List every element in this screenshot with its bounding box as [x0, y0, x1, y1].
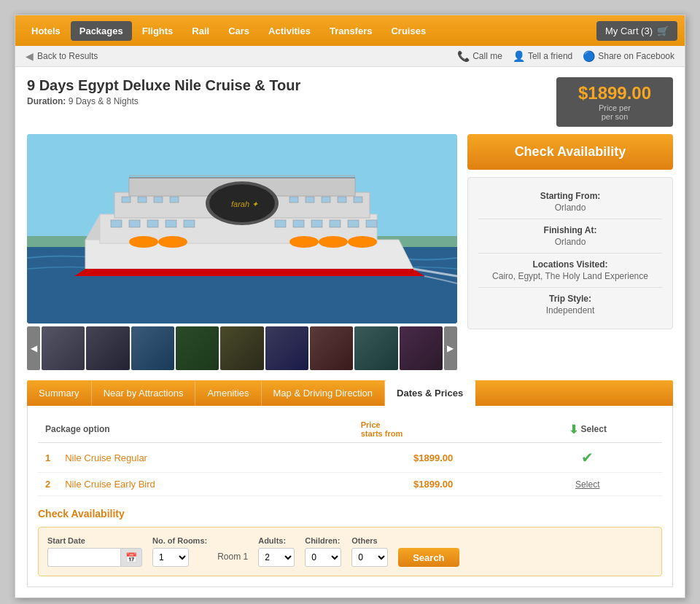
nav-item-rail[interactable]: Rail: [183, 21, 218, 41]
nav-item-cars[interactable]: Cars: [219, 21, 258, 41]
thumbnail-6[interactable]: [265, 326, 308, 370]
svg-text:farah ✦: farah ✦: [231, 200, 259, 208]
call-me-label: Call me: [472, 51, 502, 61]
others-select[interactable]: 0 1 2: [351, 548, 388, 567]
select-col-header: ⬇ Select: [513, 416, 662, 443]
nav-item-hotels[interactable]: Hotels: [23, 21, 69, 41]
svg-rect-5: [129, 220, 140, 227]
num-rooms-label: No. of Rooms:: [152, 536, 207, 545]
finishing-at-value: Orlando: [478, 237, 662, 247]
call-me-action[interactable]: 📞 Call me: [457, 50, 502, 62]
adults-label: Adults:: [258, 536, 295, 545]
main-image: farah ✦: [27, 134, 457, 323]
prev-thumb-button[interactable]: ◀: [27, 326, 40, 370]
locations-row: Locations Visited: Cairo, Egypt, The Hol…: [478, 254, 662, 288]
svg-rect-11: [311, 220, 322, 227]
share-facebook-label: Share on Facebook: [598, 51, 674, 61]
nav-item-cruises[interactable]: Cruises: [382, 21, 435, 41]
thumbnail-5[interactable]: [220, 326, 263, 370]
main-columns: farah ✦: [27, 134, 673, 370]
tell-friend-action[interactable]: 👤 Tell a friend: [513, 50, 572, 62]
back-label: Back to Results: [37, 51, 98, 61]
starting-from-value: Orlando: [478, 203, 662, 213]
start-date-input[interactable]: [47, 548, 120, 567]
svg-rect-7: [166, 220, 176, 227]
table-row: 2 Nile Cruise Early Bird $1899.00 Select: [38, 473, 662, 496]
svg-rect-24: [354, 197, 362, 203]
starting-from-row: Starting From: Orlando: [478, 185, 662, 219]
price-col-header: Price starts from: [354, 416, 513, 443]
check-availability-section: Check Availability Start Date 📅 No. of R…: [38, 508, 662, 576]
svg-rect-12: [330, 220, 341, 227]
num-rooms-select[interactable]: 1 2 3: [152, 548, 189, 567]
tab-amenities[interactable]: Amenities: [195, 380, 261, 406]
others-group: Others 0 1 2: [351, 536, 388, 567]
svg-rect-6: [147, 220, 158, 227]
thumbnail-2[interactable]: [86, 326, 129, 370]
tab-dates-prices[interactable]: Dates & Prices: [385, 380, 475, 406]
cart-icon: 🛒: [657, 26, 669, 36]
svg-point-31: [289, 236, 319, 248]
duration-value: 9 Days & 8 Nights: [69, 96, 139, 106]
thumbnail-4[interactable]: [176, 326, 219, 370]
svg-rect-20: [289, 197, 298, 203]
svg-rect-8: [184, 220, 195, 227]
tell-friend-label: Tell a friend: [528, 51, 572, 61]
form-row: Start Date 📅 No. of Rooms: 1 2 3: [47, 536, 653, 567]
price-label: Price per per son: [569, 103, 660, 121]
thumbnail-8[interactable]: [354, 326, 397, 370]
svg-rect-14: [366, 220, 377, 227]
nav-item-flights[interactable]: Flights: [133, 21, 182, 41]
tab-near-attractions[interactable]: Near by Attractions: [92, 380, 196, 406]
down-arrow-icon: ⬇: [569, 423, 578, 436]
finishing-at-row: Finishing At: Orlando: [478, 219, 662, 254]
back-to-results[interactable]: ◀ Back to Results: [26, 50, 98, 62]
top-actions: 📞 Call me 👤 Tell a friend 🔵 Share on Fac…: [457, 50, 674, 62]
sidebar: Check Availability Starting From: Orland…: [467, 134, 673, 370]
calendar-button[interactable]: 📅: [120, 548, 142, 567]
date-input-wrap: 📅: [47, 548, 142, 567]
svg-rect-23: [338, 197, 346, 203]
availability-form: Start Date 📅 No. of Rooms: 1 2 3: [38, 527, 662, 576]
children-select[interactable]: 0 1 2: [305, 548, 341, 567]
search-button[interactable]: Search: [398, 548, 459, 567]
back-arrow-icon: ◀: [26, 50, 34, 62]
cart-button[interactable]: My Cart (3) 🛒: [596, 21, 677, 41]
thumbnail-1[interactable]: [42, 326, 85, 370]
nav-item-activities[interactable]: Activities: [260, 21, 319, 41]
adults-select[interactable]: 1 2 3 4: [258, 548, 295, 567]
phone-icon: 📞: [457, 50, 470, 62]
svg-rect-19: [170, 197, 179, 203]
thumbnail-3[interactable]: [131, 326, 174, 370]
packages-table: Package option Price starts from ⬇ Selec…: [38, 416, 662, 496]
title-left: 9 Days Egypt Deluxe Nile Cruise & Tour D…: [27, 77, 300, 106]
nav-item-packages[interactable]: Packages: [71, 21, 132, 41]
svg-rect-18: [154, 197, 163, 203]
checkmark-icon: ✔: [581, 450, 594, 466]
trip-style-label: Trip Style:: [478, 294, 662, 304]
next-thumb-button[interactable]: ▶: [444, 326, 457, 370]
facebook-icon: 🔵: [583, 50, 595, 62]
package-price-1: $1899.00: [354, 443, 513, 473]
nav-bar: Hotels Packages Flights Rail Cars Activi…: [15, 15, 685, 46]
select-col-2: Select: [513, 473, 662, 496]
duration: Duration: 9 Days & 8 Nights: [27, 96, 300, 106]
tour-title: 9 Days Egypt Deluxe Nile Cruise & Tour: [27, 77, 300, 94]
select-link[interactable]: Select: [575, 479, 599, 490]
nav-item-transfers[interactable]: Transfers: [321, 21, 381, 41]
tab-summary[interactable]: Summary: [27, 380, 92, 406]
package-option-header: Package option: [38, 416, 354, 443]
check-availability-button[interactable]: Check Availability: [467, 134, 673, 170]
locations-value: Cairo, Egypt, The Holy Land Experience: [478, 271, 662, 281]
price-value: $1899.00: [569, 83, 660, 103]
package-name-1: Nile Cruise Regular: [58, 443, 354, 473]
thumbnail-7[interactable]: [310, 326, 353, 370]
tab-map-driving[interactable]: Map & Driving Direction: [262, 380, 386, 406]
package-price-2: $1899.00: [354, 473, 513, 496]
svg-rect-16: [122, 197, 131, 203]
price-box: $1899.00 Price per per son: [556, 77, 673, 127]
share-facebook-action[interactable]: 🔵 Share on Facebook: [583, 50, 674, 62]
thumbnail-9[interactable]: [400, 326, 443, 370]
person-icon: 👤: [513, 50, 525, 62]
svg-point-32: [319, 236, 348, 248]
